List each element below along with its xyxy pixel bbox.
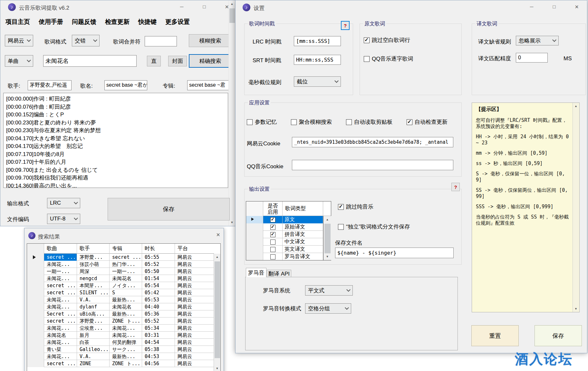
srt-timestamp-input[interactable] [294,55,341,65]
checkbox[interactable] [291,119,297,125]
filename-input[interactable] [335,248,454,258]
table-row[interactable]: 一期一... 周深 一期一... 05:50 网易云 [27,268,214,275]
merge-symbol-input[interactable] [145,36,177,46]
table-row[interactable]: secret ... 茅野愛... ZONE ト... 05:52 网易云 [27,317,214,325]
checkbox[interactable] [364,37,370,43]
scroll-up-icon[interactable]: ▲ [229,1,235,7]
table-row[interactable]: 未闻花... V.A. 最新热... 05:53 网易云 [27,296,214,303]
column-header-duration[interactable]: 时长 [142,244,175,254]
checkbox[interactable] [270,239,275,245]
scrollbar-thumb[interactable] [215,261,220,358]
tab-translate-api[interactable]: 翻译 API [267,270,291,277]
translation-default-rule-select[interactable]: 忽略展示 [516,36,559,45]
checkbox[interactable] [270,254,275,259]
table-row[interactable]: 未闻花... nengcd 未闻花名 01:54 网易云 [27,275,214,282]
direct-button[interactable]: 直 [147,56,161,66]
qq-word-by-word-checkbox[interactable]: QQ音乐逐字歌词 [364,55,413,63]
lrc-timestamp-input[interactable] [294,36,341,46]
exact-search-button[interactable]: 精确搜索 [189,54,232,68]
minimize-icon[interactable]: ─ [524,1,539,12]
column-header-song[interactable]: 歌曲 [44,244,77,254]
help-icon[interactable]: ? [451,183,460,191]
independent-format-split-checkbox[interactable]: “独立”歌词格式分文件保存 [338,223,410,230]
tab-romaji[interactable]: 罗马音 [246,268,266,277]
search-scope-select[interactable]: 单曲 [5,55,33,67]
table-row[interactable]: 未闻花... 张苡小萌 热门华... 05:52 网易云 [27,261,214,268]
scrollbar-thumb[interactable] [229,8,235,23]
lyric-type-row[interactable]: 拼音译文 [246,231,323,238]
scrollbar-thumb[interactable] [324,224,331,253]
checkbox[interactable] [247,119,253,125]
output-format-select[interactable]: LRC [47,198,80,208]
results-scrollbar[interactable]: ▲ ▼ [214,254,220,371]
menu-item[interactable]: 问题反馈 [72,18,96,26]
hint-scrollbar[interactable]: ▲ ▼ [573,103,579,312]
table-row[interactable]: secret ... ZONE ZONE ト... 04:56 网易云 [27,360,214,367]
menu-item[interactable]: 项目主页 [5,18,30,26]
close-icon[interactable]: × [211,229,226,240]
scroll-up-icon[interactable]: ▲ [323,216,331,223]
source-select[interactable]: 网易云 [5,35,33,46]
lyric-type-row[interactable]: 原始译文 [246,223,323,231]
fuzzy-search-button[interactable]: 模糊搜索 [189,34,232,47]
table-row[interactable]: secret ... 茅野愛... secret ... 05:55 网易云 [27,254,214,261]
lyric-type-row[interactable]: 罗马音译文 [246,253,323,260]
lyric-type-row[interactable]: 原文 [246,216,323,223]
lyric-type-row[interactable]: 中文译文 [246,238,323,246]
table-row[interactable]: 未闻花... 尘埃意... 未闻花... 05:34 网易云 [27,325,214,332]
column-header-album[interactable]: 专辑 [110,244,142,254]
column-header-platform[interactable]: 平台 [175,244,214,254]
song-field[interactable]: secret base ~君が [104,80,147,90]
app-setting-checkbox[interactable]: 自动检查更新 [407,118,448,126]
lyrics-textarea[interactable]: [00:00.000]作词 : 町田紀彦[00:00.076]作曲 : 町田紀彦… [3,93,228,188]
reset-button[interactable]: 重置 [471,325,519,346]
menu-item[interactable]: 快捷键 [138,18,157,26]
checkbox[interactable] [346,119,352,125]
lyric-type-row[interactable]: 英文译文 [246,246,323,253]
netease-cookie-input[interactable] [292,137,453,147]
skip-instrumental-checkbox[interactable]: 跳过纯音乐 [338,203,373,210]
scroll-down-icon[interactable]: ▼ [573,306,579,312]
maximize-icon[interactable]: □ [547,1,562,12]
romaji-mode-select[interactable]: 空格分组 [305,303,351,314]
menu-item[interactable]: 检查更新 [105,18,130,26]
app-setting-checkbox[interactable]: 参数记忆 [247,118,277,126]
help-icon[interactable]: ? [341,21,350,30]
qq-cookie-input[interactable] [292,160,453,170]
checkbox[interactable] [338,224,344,230]
checkbox[interactable] [407,119,412,125]
table-row[interactable]: 未闻花名 新月 未闻花... 03:31 网易云 [27,332,214,339]
scroll-up-icon[interactable]: ▲ [214,254,220,260]
skip-blank-lines-checkbox[interactable]: 跳过空白歌词行 [364,36,410,44]
checkbox[interactable] [364,56,370,62]
scroll-up-icon[interactable]: ▲ [573,103,579,109]
scroll-down-icon[interactable]: ▼ [229,219,235,226]
artist-field[interactable]: 茅野愛衣,戸松遥 [28,80,72,90]
search-input[interactable] [43,55,137,67]
settings-save-button[interactable]: 保存 [535,325,582,346]
ms-truncate-rule-select[interactable]: 截位 [294,76,341,87]
table-row[interactable]: secret ... 本間芽... ノイタ... 05:54 网易云 [27,282,214,289]
table-row[interactable]: 青い栞 Galileo... サーク... 05:38 网易云 [27,346,214,353]
save-button[interactable]: 保存 [108,198,230,220]
checkbox[interactable] [270,217,275,222]
romaji-system-select[interactable]: 平文式 [305,285,353,296]
checkbox[interactable] [270,225,275,230]
lyrics-scrollbar[interactable]: ▲ ▼ [228,1,235,226]
table-row[interactable]: 未闻花... dylanf 未闻花名 04:40 网易云 [27,303,214,310]
menu-item[interactable]: 使用手册 [39,18,63,26]
translation-precision-input[interactable] [516,53,548,63]
scroll-down-icon[interactable]: ▼ [214,365,220,371]
table-row[interactable]: secret ... SILENT ... S 05:42 网易云 [27,289,214,296]
app-setting-checkbox[interactable]: 自动读取剪贴板 [346,118,392,126]
table-row[interactable]: Secret ... uBio高... 最新热... 05:36 网易云 [27,310,214,317]
checkbox[interactable] [338,204,344,210]
checkbox[interactable] [270,232,275,237]
scroll-down-icon[interactable]: ▼ [323,253,331,260]
menu-item[interactable]: 更多设置 [165,18,190,26]
album-field[interactable]: secret base ~君 [187,80,230,90]
minimize-icon[interactable]: ─ [174,1,189,12]
lyric-type-scrollbar[interactable]: ▲ ▼ [323,216,331,260]
column-header-artist[interactable]: 歌手 [77,244,110,254]
cover-button[interactable]: 封面 [168,56,187,66]
